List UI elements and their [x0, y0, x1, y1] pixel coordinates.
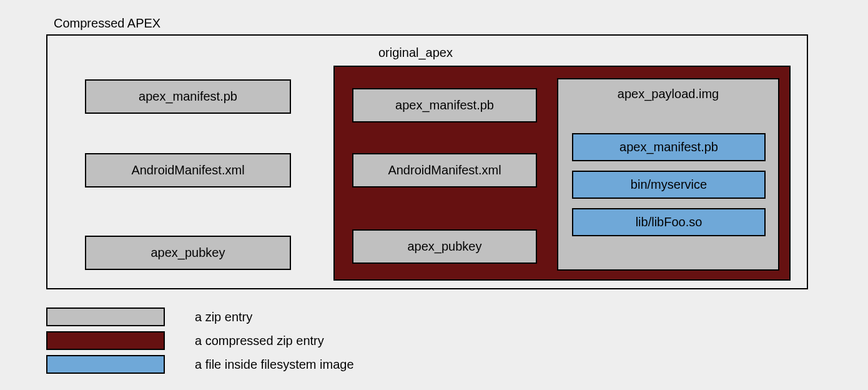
legend-swatch-red: [46, 331, 165, 350]
legend-row: a compressed zip entry: [46, 331, 354, 350]
legend: a zip entry a compressed zip entry a fil…: [46, 308, 354, 379]
zip-entry-label: apex_pubkey: [151, 246, 225, 260]
payload-title: apex_payload.img: [558, 87, 778, 101]
zip-entry-label: apex_pubkey: [408, 239, 482, 254]
zip-entry-label: AndroidManifest.xml: [131, 163, 244, 178]
zip-entry-box: apex_manifest.pb: [352, 88, 537, 122]
payload-panel: apex_payload.img apex_manifest.pb bin/my…: [557, 78, 779, 271]
legend-swatch-grey: [46, 308, 165, 326]
payload-file-label: bin/myservice: [631, 178, 707, 192]
original-apex-panel: apex_manifest.pb AndroidManifest.xml ape…: [333, 66, 791, 281]
compressed-apex-title: Compressed APEX: [54, 16, 160, 31]
payload-file-label: apex_manifest.pb: [619, 140, 718, 154]
legend-swatch-blue: [46, 355, 165, 374]
zip-entry-box: apex_pubkey: [85, 236, 291, 270]
legend-row: a file inside filesystem image: [46, 355, 354, 374]
legend-row: a zip entry: [46, 308, 354, 326]
original-apex-title: original_apex: [378, 46, 453, 60]
zip-entry-box: apex_pubkey: [352, 229, 537, 264]
payload-file-box: apex_manifest.pb: [572, 133, 766, 161]
legend-label: a file inside filesystem image: [195, 358, 354, 372]
legend-label: a compressed zip entry: [195, 334, 324, 348]
payload-file-label: lib/libFoo.so: [636, 215, 703, 229]
payload-file-box: bin/myservice: [572, 171, 766, 199]
zip-entry-box: AndroidManifest.xml: [352, 153, 537, 188]
compressed-apex-panel: apex_manifest.pb AndroidManifest.xml ape…: [46, 34, 808, 289]
zip-entry-box: AndroidManifest.xml: [85, 153, 291, 188]
zip-entry-label: apex_manifest.pb: [395, 98, 494, 112]
zip-entry-label: AndroidManifest.xml: [388, 163, 501, 178]
legend-label: a zip entry: [195, 310, 252, 324]
zip-entry-box: apex_manifest.pb: [85, 79, 291, 114]
zip-entry-label: apex_manifest.pb: [139, 89, 237, 104]
payload-file-box: lib/libFoo.so: [572, 208, 766, 236]
